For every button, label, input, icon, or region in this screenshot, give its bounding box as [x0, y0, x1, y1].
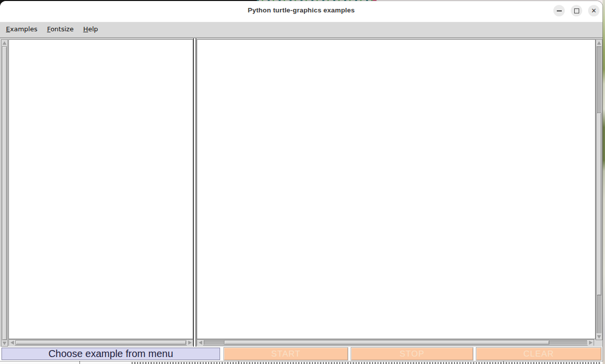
workarea: [0, 38, 603, 347]
background-table-border: [503, 361, 504, 364]
scroll-left-arrow[interactable]: [197, 340, 203, 346]
menu-item-examples[interactable]: Examples: [6, 25, 37, 33]
maximize-icon: [574, 8, 579, 13]
scroll-down-arrow[interactable]: [596, 334, 602, 340]
background-text-smudge: [132, 362, 601, 364]
scrollbar-thumb[interactable]: [2, 46, 7, 340]
window-title: Python turtle-graphics examples: [0, 6, 603, 14]
close-button[interactable]: ✕: [588, 5, 600, 16]
menubar: Examples Fontsize Help: [0, 22, 603, 38]
scrollbar-thumb[interactable]: [224, 340, 549, 345]
background-window-right-sliver: [603, 0, 605, 364]
turtledemo-window: Python turtle-graphics examples ✕ Exampl…: [0, 1, 603, 361]
turtle-canvas: [197, 39, 596, 339]
start-button[interactable]: START: [224, 347, 348, 361]
close-icon: ✕: [591, 7, 597, 14]
background-window-bottom-sliver: [0, 361, 603, 364]
scroll-right-arrow[interactable]: [588, 340, 594, 346]
scroll-left-arrow[interactable]: [9, 340, 15, 346]
scroll-right-arrow[interactable]: [187, 340, 193, 346]
background-table-border: [238, 361, 239, 364]
titlebar[interactable]: Python turtle-graphics examples ✕: [0, 1, 603, 22]
canvas-horizontal-scrollbar[interactable]: [197, 339, 594, 346]
background-table-border: [79, 361, 80, 364]
editor-pane[interactable]: [8, 39, 193, 339]
editor-horizontal-scrollbar[interactable]: [8, 339, 193, 346]
scroll-up-arrow[interactable]: [1, 40, 7, 46]
scroll-up-arrow[interactable]: [596, 40, 602, 46]
scrollbar-thumb[interactable]: [15, 340, 186, 345]
editor-vertical-scrollbar[interactable]: [1, 39, 8, 347]
minimize-icon: [557, 10, 562, 11]
stop-button[interactable]: STOP: [351, 347, 473, 361]
clear-button[interactable]: CLEAR: [476, 347, 602, 361]
pane-divider-sash[interactable]: [193, 38, 196, 347]
maximize-button[interactable]: [571, 5, 582, 16]
scrollbar-thumb[interactable]: [597, 113, 602, 295]
statusbar: Choose example from menu START STOP CLEA…: [0, 347, 603, 361]
menu-item-help[interactable]: Help: [83, 25, 98, 33]
scroll-down-arrow[interactable]: [1, 340, 7, 346]
status-message: Choose example from menu: [1, 348, 220, 360]
menu-item-fontsize[interactable]: Fontsize: [47, 25, 74, 33]
canvas-vertical-scrollbar[interactable]: [596, 39, 603, 340]
minimize-button[interactable]: [553, 5, 565, 16]
